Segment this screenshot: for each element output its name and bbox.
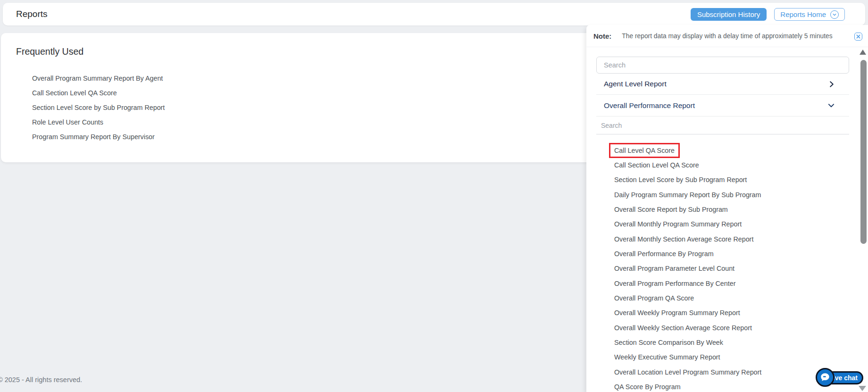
report-sub-search-input[interactable] <box>596 117 849 134</box>
reports-dropdown-panel: Note: The report data may display with a… <box>586 25 868 392</box>
category-label: Agent Level Report <box>604 80 667 88</box>
category-row-agent-level-report[interactable]: Agent Level Report <box>596 74 849 95</box>
chevron-down-icon <box>827 102 835 109</box>
frequently-used-item[interactable]: Call Section Level QA Score <box>32 86 165 100</box>
report-list-item[interactable]: Overall Location Level Program Summary R… <box>596 365 849 379</box>
note-text: The report data may display with a delay… <box>622 33 832 40</box>
frequently-used-item[interactable]: Role Level User Counts <box>32 115 165 129</box>
report-list-item[interactable]: Section Level Score by Sub Program Repor… <box>596 173 849 187</box>
chevron-down-circle-icon <box>830 10 839 19</box>
report-search-input[interactable] <box>596 57 849 74</box>
note-bar: Note: The report data may display with a… <box>586 25 868 47</box>
scrollbar-down-arrow[interactable] <box>859 386 866 391</box>
chat-bubble-icon[interactable] <box>816 368 835 387</box>
note-label: Note: <box>593 32 611 40</box>
footer-copyright: © 2025 - All rights reserved. <box>0 376 82 384</box>
frequently-used-list: Overall Program Summary Report By Agent … <box>32 71 165 144</box>
top-bar: Reports Subscription History Reports Hom… <box>3 3 865 25</box>
report-list-item[interactable]: Overall Monthly Section Average Score Re… <box>596 232 849 246</box>
report-list-item-highlighted[interactable]: Call Level QA Score <box>596 143 849 158</box>
report-list-item[interactable]: Overall Monthly Program Summary Report <box>596 217 849 232</box>
note-close-button[interactable] <box>854 33 862 41</box>
report-list-item[interactable]: Overall Program QA Score <box>596 291 849 305</box>
report-list-item[interactable]: Overall Program Parameter Level Count <box>596 261 849 276</box>
report-list-item[interactable]: Section Score Comparison By Week <box>596 335 849 350</box>
report-list-item[interactable]: Daily Program Summary Report By Sub Prog… <box>596 187 849 202</box>
report-list-item[interactable]: Overall Weekly Program Summary Report <box>596 306 849 320</box>
report-list: Call Level QA Score Call Section Level Q… <box>596 143 849 392</box>
top-bar-actions: Subscription History Reports Home <box>691 8 845 21</box>
reports-home-label: Reports Home <box>780 10 826 18</box>
report-list-item[interactable]: QA Score By Program <box>596 380 849 392</box>
category-row-overall-performance-report[interactable]: Overall Performance Report <box>596 95 849 117</box>
subscription-history-label: Subscription History <box>697 10 760 18</box>
frequently-used-item[interactable]: Section Level Score by Sub Program Repor… <box>32 100 165 115</box>
category-label: Overall Performance Report <box>604 101 695 110</box>
report-list-item[interactable]: Overall Performance By Program <box>596 246 849 261</box>
report-list-item[interactable]: Weekly Executive Summary Report <box>596 350 849 365</box>
report-list-item[interactable]: Overall Weekly Section Average Score Rep… <box>596 320 849 335</box>
scrollbar-up-arrow[interactable] <box>860 50 866 55</box>
report-list-item[interactable]: Call Section Level QA Score <box>596 158 849 172</box>
report-list-item[interactable]: Overall Program Performance By Center <box>596 276 849 291</box>
page-title: Reports <box>16 9 48 19</box>
subscription-history-button[interactable]: Subscription History <box>691 8 767 21</box>
frequently-used-heading: Frequently Used <box>16 46 83 57</box>
highlight-box: Call Level QA Score <box>609 143 680 158</box>
reports-home-button[interactable]: Reports Home <box>774 8 845 21</box>
panel-body: Agent Level Report Overall Performance R… <box>586 47 868 392</box>
report-list-item[interactable]: Overall Score Report by Sub Program <box>596 202 849 217</box>
chevron-right-icon <box>828 81 835 88</box>
frequently-used-item[interactable]: Program Summary Report By Supervisor <box>32 129 165 144</box>
frequently-used-item[interactable]: Overall Program Summary Report By Agent <box>32 71 165 86</box>
scrollbar-thumb[interactable] <box>860 60 867 244</box>
close-icon <box>856 34 860 39</box>
